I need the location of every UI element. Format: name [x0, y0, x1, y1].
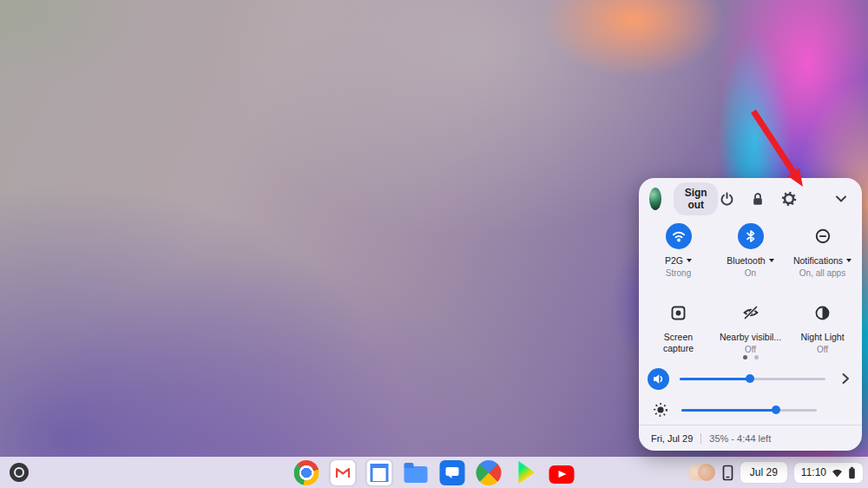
battery-status-label: 35% - 4:44 left	[709, 433, 771, 444]
bluetooth-icon	[738, 223, 764, 249]
tile-sublabel: Off	[817, 345, 828, 354]
caret-down-icon	[846, 259, 852, 262]
caret-down-icon	[769, 259, 774, 262]
audio-settings-button[interactable]	[836, 369, 855, 388]
launcher-button[interactable]	[10, 463, 29, 482]
tile-notifications[interactable]: Notifications On, all apps	[786, 218, 858, 294]
tile-label-text: Screen capture	[656, 332, 701, 354]
screen-capture-icon	[666, 300, 692, 326]
phone-icon	[722, 465, 733, 481]
tile-label: Screen capture	[656, 332, 701, 354]
collapse-button[interactable]	[832, 190, 850, 208]
shutdown-button[interactable]	[718, 190, 735, 208]
volume-row	[648, 367, 855, 390]
tile-label: P2G	[665, 255, 692, 266]
do-not-disturb-icon	[810, 223, 836, 249]
tile-label-text: Bluetooth	[727, 255, 765, 266]
wifi-icon	[832, 468, 843, 478]
quick-settings-panel: Sign out	[639, 178, 862, 451]
tile-label-text: Nearby visibil...	[720, 332, 781, 342]
power-icon	[720, 192, 734, 207]
eye-off-icon	[738, 300, 764, 326]
system-tray[interactable]: 11:10	[794, 463, 863, 483]
caret-down-icon	[687, 259, 692, 262]
chrome-app-icon[interactable]	[294, 460, 319, 485]
phone-hub-avatar[interactable]	[688, 463, 715, 482]
sign-out-button[interactable]: Sign out	[674, 182, 718, 215]
quick-settings-footer: Fri, Jul 29 35% - 4:44 left	[651, 425, 853, 451]
shelf-date-pill[interactable]: Jul 29	[740, 462, 787, 483]
tile-network[interactable]: P2G Strong	[642, 218, 714, 294]
tile-label: Nearby visibil...	[720, 332, 781, 342]
chat-app-icon[interactable]	[440, 460, 465, 485]
tile-label: Night Light	[800, 332, 844, 342]
avatar-circle	[698, 464, 715, 481]
tile-label-text: Notifications	[793, 255, 843, 266]
desktop: Sign out	[0, 0, 868, 488]
slider-fill	[680, 378, 750, 380]
tile-pager	[639, 355, 862, 359]
phone-hub-button[interactable]	[722, 465, 733, 481]
volume-slider[interactable]	[680, 372, 825, 386]
tile-label-text: P2G	[665, 255, 683, 266]
brightness-slider[interactable]	[681, 403, 817, 417]
tile-sublabel: Strong	[666, 268, 691, 278]
status-area: Jul 29 11:10	[688, 457, 863, 488]
tile-sublabel: On, all apps	[799, 268, 845, 278]
night-light-icon	[810, 300, 836, 326]
tile-sublabel: On	[745, 268, 756, 278]
shelf-apps	[294, 457, 575, 488]
slider-fill	[681, 409, 776, 412]
footer-separator	[700, 433, 701, 444]
folder-icon	[404, 466, 428, 483]
chevron-down-icon	[834, 192, 848, 206]
volume-slider-thumb[interactable]	[746, 374, 754, 383]
tile-sublabel: Off	[745, 345, 756, 354]
network-icon	[666, 223, 692, 249]
shelf: Jul 29 11:10	[0, 457, 868, 488]
battery-icon	[848, 466, 856, 479]
pager-dot[interactable]	[754, 355, 759, 359]
gmail-m-icon	[335, 466, 352, 479]
mute-toggle-button[interactable]	[648, 368, 669, 390]
speaker-icon	[652, 373, 665, 386]
annotation-arrow-icon	[740, 102, 819, 196]
brightness-icon	[649, 399, 671, 421]
date-label[interactable]: Fri, Jul 29	[651, 433, 693, 444]
chevron-right-icon	[838, 372, 852, 386]
quick-settings-tiles: P2G Strong Bluetooth On	[642, 218, 858, 371]
user-avatar[interactable]	[649, 188, 661, 210]
tile-label: Notifications	[793, 255, 852, 266]
tile-label: Bluetooth	[727, 255, 773, 266]
brightness-row	[649, 399, 827, 421]
tile-bluetooth[interactable]: Bluetooth On	[714, 218, 786, 294]
calendar-app-icon[interactable]	[367, 460, 392, 485]
gmail-app-icon[interactable]	[331, 460, 356, 485]
photos-app-icon[interactable]	[477, 460, 502, 485]
files-app-icon[interactable]	[404, 460, 429, 485]
youtube-app-icon[interactable]	[549, 465, 575, 484]
pager-dot-active[interactable]	[743, 355, 747, 359]
brightness-slider-thumb[interactable]	[772, 406, 780, 414]
clock-label: 11:10	[801, 466, 826, 478]
play-store-app-icon[interactable]	[513, 460, 538, 485]
tile-label-text: Night Light	[800, 332, 844, 342]
